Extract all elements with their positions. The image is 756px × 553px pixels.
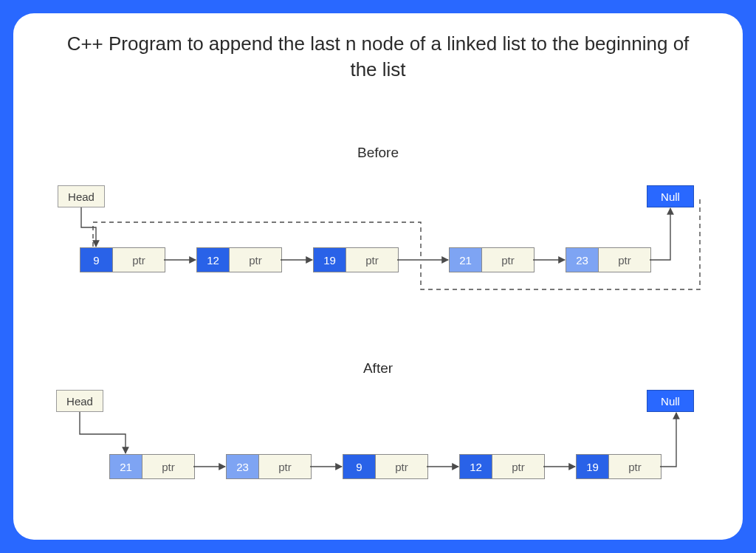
after-node-3: 12 ptr bbox=[459, 454, 545, 479]
before-node-0: 9 ptr bbox=[80, 247, 165, 272]
node-value: 23 bbox=[227, 455, 259, 478]
node-ptr: ptr bbox=[113, 248, 165, 272]
node-ptr: ptr bbox=[482, 248, 534, 272]
node-ptr: ptr bbox=[609, 455, 661, 478]
before-head-box: Head bbox=[58, 185, 105, 207]
after-node-0: 21 ptr bbox=[109, 454, 195, 479]
node-ptr: ptr bbox=[230, 248, 281, 272]
node-value: 21 bbox=[450, 248, 482, 272]
node-value: 9 bbox=[343, 455, 376, 478]
before-null-box: Null bbox=[647, 185, 694, 207]
after-node-1: 23 ptr bbox=[226, 454, 312, 479]
node-value: 19 bbox=[577, 455, 609, 478]
node-value: 9 bbox=[80, 248, 113, 272]
before-node-1: 12 ptr bbox=[196, 247, 282, 272]
node-ptr: ptr bbox=[259, 455, 311, 478]
null-text: Null bbox=[661, 395, 680, 408]
before-node-2: 19 ptr bbox=[313, 247, 399, 272]
node-value: 19 bbox=[314, 248, 346, 272]
node-ptr: ptr bbox=[376, 455, 427, 478]
node-value: 23 bbox=[566, 248, 599, 272]
null-text: Null bbox=[661, 190, 680, 203]
node-value: 12 bbox=[197, 248, 230, 272]
node-ptr: ptr bbox=[142, 455, 194, 478]
after-null-box: Null bbox=[647, 390, 694, 412]
after-node-4: 19 ptr bbox=[576, 454, 662, 479]
after-head-box: Head bbox=[56, 390, 103, 412]
before-label: Before bbox=[13, 145, 743, 161]
before-node-4: 23 ptr bbox=[566, 247, 651, 272]
node-ptr: ptr bbox=[599, 248, 650, 272]
after-label: After bbox=[13, 360, 743, 377]
page-title: C++ Program to append the last n node of… bbox=[13, 13, 743, 83]
diagram-canvas: C++ Program to append the last n node of… bbox=[13, 13, 743, 540]
node-value: 12 bbox=[460, 455, 492, 478]
after-node-2: 9 ptr bbox=[343, 454, 428, 479]
node-ptr: ptr bbox=[492, 455, 544, 478]
node-ptr: ptr bbox=[346, 248, 398, 272]
head-text: Head bbox=[66, 395, 93, 408]
head-text: Head bbox=[68, 190, 94, 203]
node-value: 21 bbox=[110, 455, 142, 478]
before-node-3: 21 ptr bbox=[449, 247, 535, 272]
